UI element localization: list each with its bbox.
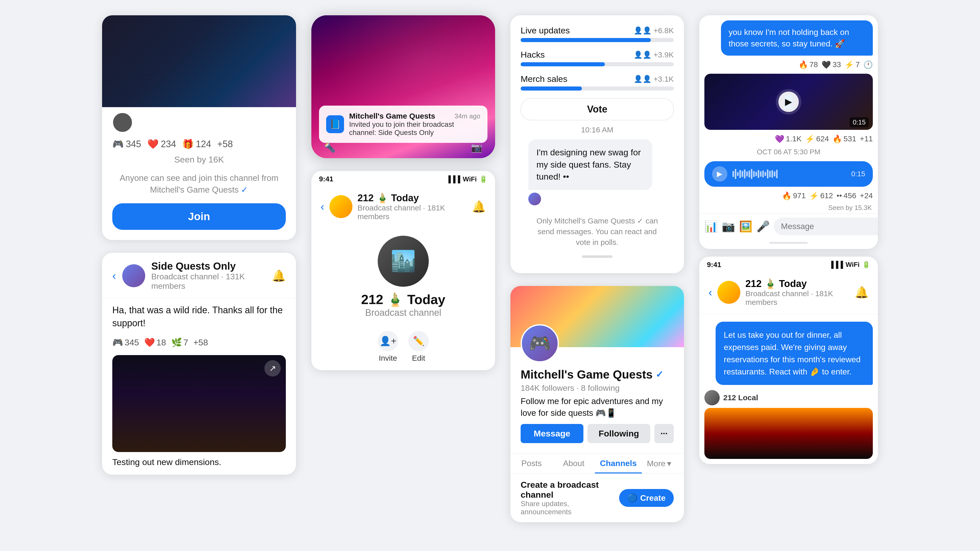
bell-icon[interactable]: 🔔 [272, 269, 286, 283]
mitchell-bio: Follow me for epic adventures and my lov… [520, 395, 674, 419]
chat-bubble: I'm designing new swag for my side quest… [528, 139, 652, 190]
local-header: ‹ 212 🎍 Today Broadcast channel · 181K m… [699, 271, 878, 314]
local-info: 212 🎍 Today Broadcast channel · 181K mem… [746, 278, 850, 306]
tab-more[interactable]: More ▾ [642, 454, 684, 473]
reaction-game: 🎮 345 [112, 139, 141, 149]
oct-timestamp: OCT 06 AT 5:30 PM [699, 145, 878, 159]
tab-channels[interactable]: Channels [595, 454, 642, 473]
notif-avatar: 📘 [326, 115, 344, 133]
join-button[interactable]: Join [112, 203, 286, 230]
share-icon[interactable]: ↗ [264, 360, 281, 376]
audio-play-button[interactable]: ▶ [712, 166, 727, 182]
poll-bar-bg-2 [520, 62, 674, 66]
seen-count: Seen by 16K [102, 152, 296, 167]
poll-avatars-3: 👤👤 [634, 75, 652, 83]
create-channel-button[interactable]: 🔵 Create [619, 489, 674, 507]
local-bell-icon[interactable]: 🔔 [855, 286, 869, 299]
vid-react-bolt: ⚡ 624 [805, 135, 829, 143]
following-button[interactable]: Following [587, 424, 650, 443]
sq-react-leaf: 🌿 7 [171, 337, 188, 348]
local-avatar [718, 281, 740, 304]
chevron-down-icon: ▾ [667, 459, 671, 468]
vote-button[interactable]: Vote [520, 98, 674, 121]
sq-reactions: 🎮 345 ❤️ 18 🌿 7 +58 [102, 335, 296, 353]
side-quests-avatar [122, 264, 145, 287]
video-thumbnail: 👤 ▶ 0:15 [704, 74, 873, 130]
msg-reactions-1: 🔥 78 🖤 33 ⚡ 7 🕐 [699, 58, 878, 71]
side-quests-header: ‹ Side Quests Only Broadcast channel · 1… [102, 253, 296, 299]
side-quests-name: Side Quests Only [151, 260, 266, 272]
local-video-thumb [704, 408, 873, 459]
mic-icon[interactable]: 🎤 [756, 220, 770, 233]
wifi-icon: WiFi [463, 175, 477, 183]
audio-react-more: +24 [860, 191, 873, 200]
mitchell-stats: 184K followers · 8 following [520, 383, 674, 393]
local-message-bubble: Let us take you out for dinner, all expe… [716, 322, 873, 385]
poll-avatars-2: 👤👤 [634, 51, 652, 59]
today-hero-section: 🏙️ 212 🎍 Today Broadcast channel [311, 228, 495, 331]
video-reactions: 💜 1.1K ⚡ 624 🔥 531 +11 [699, 132, 878, 145]
poll-label-1: Live updates 👤👤 +6.8K [520, 25, 674, 35]
seen-by-text: Seen by 15.3K [699, 202, 878, 213]
tab-about[interactable]: About [552, 454, 595, 473]
today-info: 212 🎍 Today Broadcast channel · 181K mem… [358, 192, 467, 221]
battery-icon: 🔋 [479, 175, 487, 183]
local-back-icon[interactable]: ‹ [708, 286, 712, 299]
create-icon: 🔵 [627, 493, 638, 503]
channel-avatar [112, 112, 133, 133]
create-channel-row: Create a broadcast channel Share updates… [511, 474, 684, 522]
scroll-indicator [582, 256, 612, 258]
message-button[interactable]: Message [520, 424, 584, 443]
poll-label-3: Merch sales 👤👤 +3.1K [520, 74, 674, 84]
message-input[interactable] [774, 218, 878, 235]
status-bar-today: 9:41 ▐▐▐ WiFi 🔋 [311, 171, 495, 185]
poll-count-2: +3.9K [654, 51, 674, 59]
today-hero-name: 212 🎍 Today [361, 292, 445, 307]
flashlight-icon[interactable]: 🔦 [324, 142, 336, 153]
poll-option-1: Live updates 👤👤 +6.8K [520, 25, 674, 42]
side-quests-sub: Broadcast channel · 131K members [151, 272, 266, 291]
audio-bubble: ▶ [704, 161, 873, 187]
sq-react-more: +58 [193, 337, 208, 348]
poll-option-2: Hacks 👤👤 +3.9K [520, 50, 674, 66]
notif-time: 34m ago [455, 112, 480, 120]
more-button[interactable]: ··· [654, 424, 674, 443]
image-icon[interactable]: 🖼️ [739, 220, 752, 233]
edit-action[interactable]: ✏️ Edit [408, 331, 429, 362]
sq-caption: Testing out new dimensions. [102, 457, 296, 475]
today-header: ‹ 212 🎍 Today Broadcast channel · 181K m… [311, 185, 495, 228]
poll-count-3: +3.1K [654, 75, 674, 83]
status-icons-local: ▐▐▐ WiFi 🔋 [829, 261, 870, 268]
audio-reactions: 🔥 971 ⚡ 612 •• 456 +24 [699, 189, 878, 202]
wifi-local: WiFi [845, 261, 859, 268]
video-play-button[interactable]: ▶ [778, 92, 799, 112]
invite-icon: 👤+ [378, 331, 398, 351]
camera-input-icon[interactable]: 📷 [722, 220, 735, 233]
reactions-row: 🎮 345 ❤️ 234 🎁 124 +58 [102, 133, 296, 152]
channel-info: Anyone can see and join this channel fro… [102, 167, 296, 201]
today-hero-avatar: 🏙️ [378, 236, 429, 287]
only-can-send-text: Only Mitchell's Game Quests ✓ can send m… [520, 210, 674, 253]
column-2: 📘 Mitchell's Game Quests 34m ago Invited… [311, 15, 495, 370]
chart-icon[interactable]: 📊 [704, 220, 718, 233]
mitchell-avatar-wrap: 🎮 [520, 324, 559, 362]
invite-action[interactable]: 👤+ Invite [378, 331, 398, 362]
mitchell-action-buttons: Message Following ··· [520, 424, 674, 443]
tab-posts[interactable]: Posts [511, 454, 552, 473]
sq-react-game: 🎮 345 [112, 337, 139, 348]
sq-post-image: ↗ [112, 355, 286, 452]
signal-icon: ▐▐▐ [446, 175, 460, 183]
create-channel-title: Create a broadcast channel [520, 480, 619, 500]
chat-bubble-container: I'm designing new swag for my side quest… [520, 139, 674, 210]
camera-icon[interactable]: 📷 [471, 142, 482, 153]
edit-icon: ✏️ [408, 331, 429, 351]
today-channel-name: 212 🎍 Today [358, 192, 467, 203]
back-icon[interactable]: ‹ [112, 269, 116, 282]
today-bell-icon[interactable]: 🔔 [472, 200, 486, 213]
local-sender-avatar [704, 390, 720, 405]
status-icons: ▐▐▐ WiFi 🔋 [446, 175, 487, 183]
today-back-icon[interactable]: ‹ [321, 200, 325, 213]
message-avatar [528, 192, 541, 205]
poll-bar-fill-2 [520, 62, 605, 66]
poll-bar-bg-3 [520, 86, 674, 91]
